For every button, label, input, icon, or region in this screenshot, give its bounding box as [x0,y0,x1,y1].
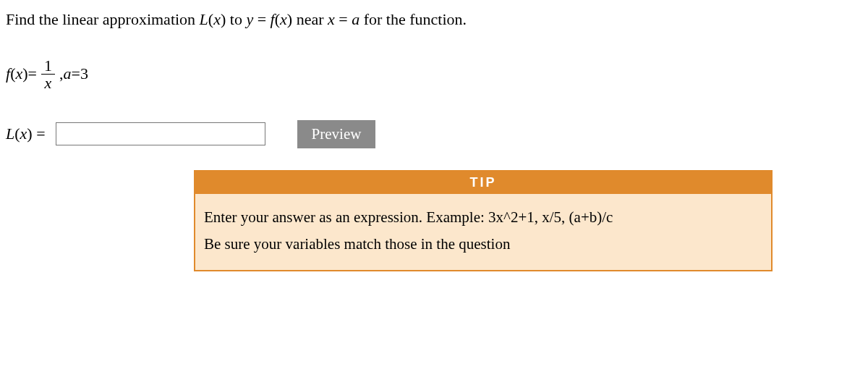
Lx: x [20,124,27,143]
problem-text-mid1: to [226,10,246,28]
problem-text-mid2: near [292,10,328,28]
eq1: = [253,10,270,28]
y-var: y [246,10,253,28]
f-var: f [271,10,275,28]
tip-line-2: Be sure your variables match those in th… [204,231,762,258]
x-near: x [328,10,335,28]
linx: x [213,10,221,28]
eq4: = [71,64,80,83]
a-lhs: a [63,64,71,83]
problem-statement: Find the linear approximation L(x) to y … [6,9,862,31]
fraction-num: 1 [41,57,55,75]
eq5: = [33,124,46,143]
answer-input[interactable] [56,122,265,145]
eq3: = [28,64,37,83]
answer-row: L(x) = Preview [6,120,862,148]
problem-text-pre: Find the linear approximation [6,10,200,28]
fraction: 1 x [41,57,55,91]
problem-text-post: for the function. [359,10,467,28]
tip-header: TIP [195,172,771,194]
tip-box: TIP Enter your answer as an expression. … [194,170,773,272]
L-label: L [6,124,14,143]
preview-button[interactable]: Preview [297,120,376,148]
function-definition: f(x) = 1 x , a = 3 [6,57,862,91]
eq2: = [335,10,352,28]
fraction-den: x [42,75,55,91]
linL: L [200,10,208,28]
a-rhs: 3 [80,64,88,83]
tip-line-1: Enter your answer as an expression. Exam… [204,204,762,231]
f-label: f [6,64,10,83]
fx2: x [15,64,22,83]
fx: x [280,10,287,28]
tip-body: Enter your answer as an expression. Exam… [195,194,771,271]
a-var: a [352,10,359,28]
answer-label: L(x) = [6,124,46,143]
